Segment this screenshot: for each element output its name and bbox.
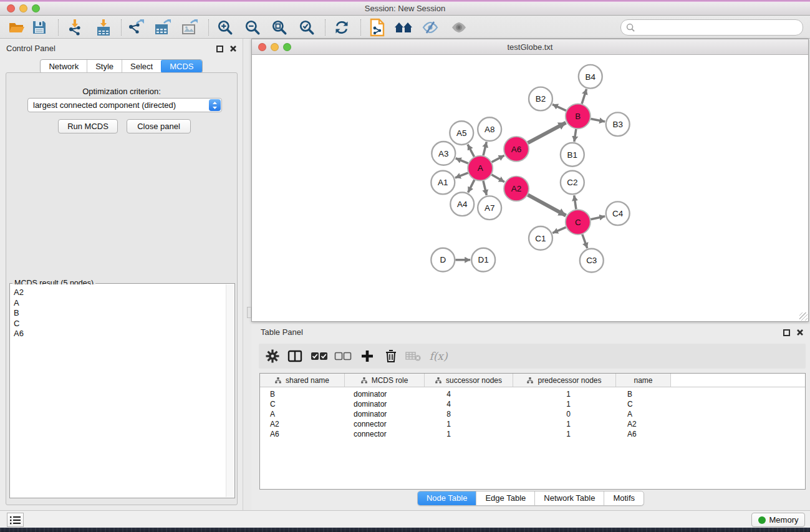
column-header-successor-nodes[interactable]: successor nodes xyxy=(425,374,513,387)
graph-node[interactable]: A6 xyxy=(504,137,529,162)
table-cell[interactable]: connector xyxy=(345,420,425,428)
export-image-button[interactable] xyxy=(179,17,200,38)
table-cell[interactable]: dominator xyxy=(345,410,425,418)
graph-node[interactable]: C3 xyxy=(580,249,604,273)
show-all-button[interactable] xyxy=(448,17,470,38)
refresh-button[interactable] xyxy=(331,17,352,38)
network-canvas[interactable]: B4B2BB3A8A5A6A3B1AA1C2A2A4A7C4CC1C3DD1 xyxy=(253,56,808,320)
table-cell[interactable]: 4 xyxy=(425,390,513,399)
graph-edge[interactable] xyxy=(574,195,576,209)
graph-node[interactable]: A xyxy=(468,156,493,181)
import-table-button[interactable] xyxy=(93,17,114,38)
tab-select[interactable]: Select xyxy=(122,60,161,73)
graph-node[interactable]: A2 xyxy=(504,177,529,201)
run-mcds-button[interactable]: Run MCDS xyxy=(58,119,118,133)
table-cell[interactable]: A2 xyxy=(260,420,345,428)
graph-edge[interactable] xyxy=(574,129,576,142)
graph-edge[interactable] xyxy=(552,104,566,110)
table-cell[interactable]: 8 xyxy=(425,410,513,418)
table-cell[interactable]: A6 xyxy=(616,430,671,438)
graph-edge[interactable] xyxy=(528,195,566,215)
graph-edge[interactable] xyxy=(468,145,474,157)
close-panel-icon[interactable] xyxy=(229,45,237,52)
table-cell[interactable]: 4 xyxy=(425,400,513,409)
graph-node[interactable]: B4 xyxy=(579,65,602,89)
graph-edge[interactable] xyxy=(552,227,566,233)
float-table-panel-icon[interactable] xyxy=(783,329,790,336)
tab-network-table[interactable]: Network Table xyxy=(534,491,604,505)
import-network-button[interactable] xyxy=(64,17,85,38)
window-resize-grip[interactable] xyxy=(799,312,808,321)
column-header-name[interactable]: name xyxy=(616,374,671,387)
column-header-predecessor-nodes[interactable]: predecessor nodes xyxy=(513,374,616,387)
table-row[interactable]: Bdominator41B xyxy=(260,389,805,399)
hide-selected-button[interactable] xyxy=(420,17,441,38)
save-session-button[interactable] xyxy=(29,17,50,38)
criterion-dropdown[interactable]: largest connected component (directed) xyxy=(27,98,222,112)
table-row[interactable]: Cdominator41C xyxy=(260,399,805,409)
search-input[interactable] xyxy=(639,23,803,32)
table-cell[interactable]: 0 xyxy=(513,410,616,418)
network-window-titlebar[interactable]: testGlobe.txt xyxy=(252,39,808,55)
tab-network[interactable]: Network xyxy=(41,60,87,73)
column-header-mcds-role[interactable]: MCDS role xyxy=(345,374,425,387)
new-network-from-selection-button[interactable] xyxy=(367,17,388,38)
deselect-all-button[interactable] xyxy=(332,346,354,367)
graph-edge[interactable] xyxy=(591,118,605,122)
table-cell[interactable]: 1 xyxy=(425,430,513,438)
memory-button[interactable]: Memory xyxy=(751,513,805,527)
table-cell[interactable]: A6 xyxy=(260,430,345,438)
table-cell[interactable]: 1 xyxy=(513,430,616,438)
graph-node[interactable]: C2 xyxy=(561,171,584,195)
tab-mcds[interactable]: MCDS xyxy=(161,60,201,73)
zoom-in-button[interactable] xyxy=(215,17,236,38)
table-cell[interactable]: 1 xyxy=(425,420,513,428)
export-table-button[interactable] xyxy=(152,17,173,38)
graph-node[interactable]: A5 xyxy=(450,121,473,145)
table-cell[interactable]: B xyxy=(260,390,345,399)
graph-edge[interactable] xyxy=(456,158,468,163)
zoom-out-button[interactable] xyxy=(242,17,263,38)
mcds-result-item[interactable]: C xyxy=(14,319,226,329)
delete-row-button[interactable] xyxy=(380,346,402,367)
table-cell[interactable]: A xyxy=(616,410,671,418)
table-cell[interactable]: 1 xyxy=(513,400,616,409)
mcds-result-item[interactable]: A2 xyxy=(14,288,226,298)
table-cell[interactable]: dominator xyxy=(345,400,425,409)
graph-edge[interactable] xyxy=(582,235,587,248)
graph-edge[interactable] xyxy=(591,216,605,220)
graph-edge[interactable] xyxy=(492,155,504,162)
table-cell[interactable]: C xyxy=(616,400,671,409)
table-cell[interactable]: A xyxy=(260,410,345,418)
add-row-button[interactable] xyxy=(357,346,378,367)
table-cell[interactable]: 1 xyxy=(513,420,616,428)
tab-edge-table[interactable]: Edge Table xyxy=(476,491,534,505)
graph-node[interactable]: D xyxy=(431,248,455,272)
mcds-result-item[interactable]: A xyxy=(14,298,226,309)
graph-edge[interactable] xyxy=(491,175,504,182)
column-header-shared-name[interactable]: shared name xyxy=(260,374,345,387)
close-table-panel-icon[interactable] xyxy=(796,329,804,336)
zoom-fit-button[interactable] xyxy=(269,17,290,38)
network-graph[interactable]: B4B2BB3A8A5A6A3B1AA1C2A2A4A7C4CC1C3DD1 xyxy=(253,56,808,320)
result-list-scrollbar[interactable] xyxy=(226,284,234,497)
close-panel-button[interactable]: Close panel xyxy=(127,119,191,133)
graph-node[interactable]: C xyxy=(566,210,591,235)
table-cell[interactable]: 1 xyxy=(513,390,616,399)
graph-node[interactable]: B2 xyxy=(529,87,552,111)
graph-edge[interactable] xyxy=(483,181,486,195)
table-row[interactable]: A2connector11A2 xyxy=(260,419,805,429)
home-view-button[interactable] xyxy=(393,17,414,38)
table-settings-button[interactable] xyxy=(262,346,283,367)
table-cell[interactable]: dominator xyxy=(345,390,425,399)
graph-node[interactable]: B xyxy=(566,104,591,128)
column-visibility-button[interactable] xyxy=(284,346,306,367)
search-field[interactable] xyxy=(620,19,803,36)
graph-node[interactable]: A1 xyxy=(431,171,455,195)
graph-node[interactable]: A4 xyxy=(450,192,474,216)
table-cell[interactable]: A2 xyxy=(616,420,671,428)
graph-node[interactable]: A7 xyxy=(478,196,501,220)
zoom-selected-button[interactable] xyxy=(296,17,317,38)
graph-node[interactable]: B1 xyxy=(561,143,584,167)
graph-node[interactable]: A8 xyxy=(478,117,501,141)
